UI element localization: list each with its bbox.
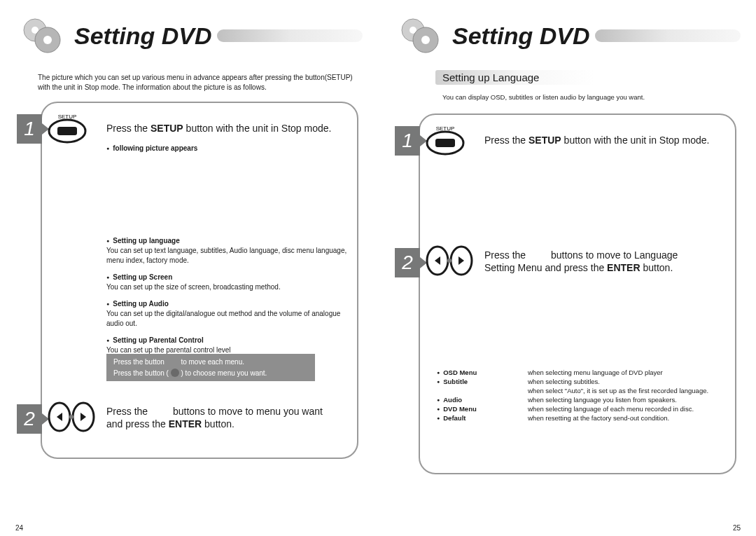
step1-note: following picture appears	[106, 144, 351, 153]
step-number: 1	[402, 130, 413, 152]
title-row: Setting DVD	[393, 15, 741, 56]
svg-rect-16	[435, 139, 455, 147]
subsection-desc: You can display OSD, subtitles or listen…	[442, 93, 741, 101]
step-badge-2: 2	[395, 248, 420, 277]
option-desc: when resetting at the factory send-out c…	[528, 414, 731, 422]
svg-marker-7	[57, 413, 62, 421]
svg-marker-18	[435, 256, 440, 265]
svg-marker-9	[80, 413, 86, 421]
bullet-body: You can set up the digital/analogue out …	[106, 309, 351, 329]
option-label: Default	[437, 414, 528, 422]
bullet-body: You can set up the size of screen, broad…	[106, 282, 351, 292]
svg-point-21	[447, 259, 451, 263]
table-row: Default when resetting at the factory se…	[437, 414, 731, 422]
tip-line: Press the button ( ) to choose menu you …	[113, 368, 308, 379]
svg-point-14	[421, 36, 430, 44]
option-desc: when selecting subtitles.	[528, 378, 731, 385]
option-label: Subtitle	[437, 378, 528, 385]
disc-icon	[400, 18, 440, 54]
bullet-body: You can set up text language, subtitles,…	[106, 246, 351, 266]
bullet-title: Setting up Audio	[106, 299, 351, 309]
svg-point-3	[43, 36, 52, 44]
svg-rect-5	[57, 127, 77, 135]
subsection-heading: Setting up Language	[435, 70, 595, 85]
option-desc: when selecting language you listen from …	[528, 396, 731, 404]
arrow-pad-icon	[48, 400, 95, 437]
page-number: 25	[733, 524, 741, 532]
step2-instruction: Press the buttons to move to Language Se…	[484, 249, 678, 274]
language-options-table: OSD Menu when selecting menu language of…	[437, 369, 731, 423]
option-desc: when selecting language of each menu rec…	[528, 405, 731, 413]
step1-instruction: Press the SETUP button with the unit in …	[484, 135, 709, 147]
step-badge-1: 1	[395, 126, 420, 156]
svg-marker-20	[458, 256, 464, 265]
title-bar	[217, 29, 363, 42]
table-row: DVD Menu when selecting language of each…	[437, 405, 731, 413]
svg-point-10	[69, 415, 74, 419]
bullet-title: Setting up Parental Control	[106, 336, 351, 345]
page-title: Setting DVD	[74, 22, 211, 50]
table-row: OSD Menu when selecting menu language of…	[437, 369, 731, 376]
tip-box: Press the button to move each menu. Pres…	[106, 354, 315, 381]
option-label: Audio	[437, 396, 528, 404]
steps-frame: 1 SETUP Press the SETUP button with the …	[419, 114, 736, 474]
setup-bullets: Setting up language You can set up text …	[106, 236, 351, 355]
page-number: 24	[15, 524, 23, 532]
enter-icon	[171, 369, 179, 377]
bullet-title: Setting up language	[106, 236, 351, 246]
table-row: Subtitle when selecting subtitles.	[437, 378, 731, 385]
manual-spread: Setting DVD The picture which you can se…	[0, 0, 756, 536]
step2-instruction: Press the buttons to move to menu you wa…	[106, 406, 323, 430]
step-number: 2	[24, 408, 35, 430]
arrow-pad-icon	[426, 244, 473, 280]
tip-line: Press the button to move each menu.	[113, 357, 308, 368]
step-number: 2	[402, 252, 413, 274]
setup-button-icon: SETUP	[48, 111, 87, 148]
step-number: 1	[24, 118, 35, 140]
option-label: OSD Menu	[437, 369, 528, 376]
step-badge-2: 2	[17, 404, 42, 434]
table-row: Audio when selecting language you listen…	[437, 396, 731, 404]
step1-instruction: Press the SETUP button with the unit in …	[106, 123, 331, 135]
disc-icon	[22, 18, 62, 54]
table-row: . when select "Auto", it is set up as th…	[437, 387, 731, 394]
page-left: Setting DVD The picture which you can se…	[0, 0, 378, 536]
bullet-title: Setting up Screen	[106, 273, 351, 282]
title-bar	[595, 29, 741, 42]
setup-button-icon: SETUP	[426, 123, 465, 160]
page-right: Setting DVD Setting up Language You can …	[378, 0, 756, 536]
step-badge-1: 1	[17, 114, 42, 144]
title-row: Setting DVD	[15, 15, 363, 56]
steps-frame: 1 SETUP Press the SETUP button with the …	[41, 102, 358, 459]
option-desc: when selecting menu language of DVD play…	[528, 369, 731, 376]
option-desc: when select "Auto", it is set up as the …	[528, 387, 731, 394]
option-label: DVD Menu	[437, 405, 528, 413]
intro-text: The picture which you can set up various…	[38, 73, 357, 92]
page-title: Setting DVD	[452, 22, 589, 50]
